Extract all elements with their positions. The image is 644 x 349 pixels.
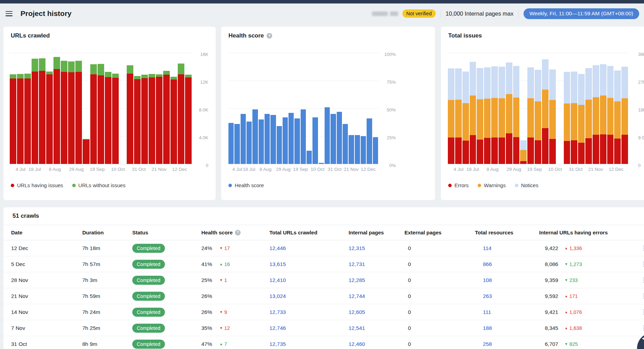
bar[interactable]: [75, 61, 82, 164]
bar[interactable]: [455, 68, 462, 164]
bar[interactable]: [355, 135, 360, 164]
bar[interactable]: [163, 71, 170, 164]
total-urls-link[interactable]: 12,735: [269, 341, 286, 347]
bar[interactable]: [288, 113, 294, 164]
bar[interactable]: [301, 109, 306, 164]
total-urls-link[interactable]: 12,410: [269, 277, 286, 283]
bar[interactable]: [32, 59, 38, 164]
bar[interactable]: [607, 66, 614, 164]
bar[interactable]: [477, 68, 483, 164]
bar[interactable]: [149, 74, 155, 164]
bar[interactable]: [39, 58, 45, 164]
bar[interactable]: [170, 77, 177, 164]
bar[interactable]: [462, 72, 469, 164]
bar[interactable]: [549, 69, 556, 164]
bar[interactable]: [46, 72, 53, 164]
legend-item[interactable]: URLs without issues: [72, 182, 126, 188]
total-resources-link[interactable]: 188: [483, 325, 492, 331]
bar[interactable]: [373, 137, 378, 164]
total-urls-link[interactable]: 13,615: [269, 261, 286, 267]
bar[interactable]: [53, 57, 60, 164]
total-urls-link[interactable]: 12,446: [269, 245, 286, 251]
internal-pages-link[interactable]: 12,744: [349, 293, 365, 299]
row-menu-icon[interactable]: [641, 261, 644, 267]
crawl-schedule-button[interactable]: Weekly, Fri, 11:00—11:59 AM (GMT+08:00): [524, 8, 639, 19]
bar[interactable]: [319, 163, 324, 164]
bar[interactable]: [571, 72, 577, 164]
bar[interactable]: [361, 136, 366, 164]
total-resources-link[interactable]: 114: [483, 245, 492, 251]
bar[interactable]: [265, 114, 270, 164]
bar[interactable]: [312, 117, 318, 164]
row-menu-icon[interactable]: [641, 277, 644, 283]
bar[interactable]: [527, 67, 534, 164]
bar[interactable]: [259, 119, 264, 164]
bar[interactable]: [499, 67, 505, 164]
internal-pages-link[interactable]: 12,605: [349, 309, 365, 315]
bar[interactable]: [270, 115, 276, 164]
bar[interactable]: [228, 123, 234, 164]
bar[interactable]: [134, 76, 141, 164]
total-urls-link[interactable]: 12,746: [269, 325, 286, 331]
bar[interactable]: [600, 64, 607, 164]
row-menu-icon[interactable]: [641, 293, 644, 299]
legend-item[interactable]: Health score: [228, 182, 264, 188]
bar[interactable]: [343, 124, 348, 164]
bar[interactable]: [506, 63, 512, 164]
bar[interactable]: [185, 75, 192, 164]
bar[interactable]: [127, 65, 133, 164]
total-urls-link[interactable]: 12,733: [269, 309, 286, 315]
bar[interactable]: [564, 72, 570, 164]
internal-pages-link[interactable]: 12,285: [349, 277, 365, 283]
legend-item[interactable]: Errors: [448, 182, 469, 188]
bar[interactable]: [349, 135, 354, 164]
bar[interactable]: [484, 67, 491, 164]
internal-pages-link[interactable]: 12,731: [349, 261, 365, 267]
bar[interactable]: [83, 139, 89, 164]
bar[interactable]: [234, 124, 240, 164]
bar[interactable]: [241, 114, 246, 164]
bar[interactable]: [578, 74, 585, 164]
bar[interactable]: [542, 59, 549, 164]
bar[interactable]: [277, 126, 282, 164]
bar[interactable]: [17, 74, 24, 164]
total-resources-link[interactable]: 258: [483, 341, 492, 347]
bar[interactable]: [331, 114, 336, 164]
bar[interactable]: [90, 64, 97, 164]
internal-pages-link[interactable]: 12,460: [349, 341, 365, 347]
legend-item[interactable]: URLs having issues: [11, 182, 63, 188]
bar[interactable]: [337, 112, 342, 164]
bar[interactable]: [10, 74, 16, 164]
help-icon[interactable]: ?: [267, 33, 272, 39]
bar[interactable]: [325, 107, 330, 164]
bar[interactable]: [614, 70, 621, 164]
bar[interactable]: [593, 65, 599, 164]
row-menu-icon[interactable]: [641, 309, 644, 315]
bar[interactable]: [520, 140, 527, 164]
menu-icon[interactable]: [6, 11, 12, 16]
bar[interactable]: [178, 64, 184, 164]
bar[interactable]: [535, 70, 541, 164]
bar[interactable]: [513, 66, 520, 164]
total-resources-link[interactable]: 108: [483, 277, 492, 283]
bar[interactable]: [156, 74, 162, 164]
help-icon[interactable]: ?: [235, 230, 241, 235]
internal-pages-link[interactable]: 12,541: [349, 325, 365, 331]
bar[interactable]: [246, 122, 252, 164]
bar[interactable]: [252, 109, 258, 164]
total-resources-link[interactable]: 866: [483, 261, 492, 267]
bar[interactable]: [61, 61, 67, 164]
internal-pages-link[interactable]: 12,315: [349, 245, 365, 251]
bar[interactable]: [470, 62, 476, 164]
bar[interactable]: [112, 74, 119, 164]
bar[interactable]: [491, 66, 498, 164]
bar[interactable]: [448, 68, 454, 164]
bar[interactable]: [367, 118, 372, 164]
total-resources-link[interactable]: 111: [483, 309, 491, 315]
total-urls-link[interactable]: 13,024: [269, 293, 286, 299]
row-menu-icon[interactable]: [641, 246, 644, 251]
bar[interactable]: [621, 67, 628, 164]
bar[interactable]: [68, 61, 75, 164]
bar[interactable]: [105, 72, 111, 164]
bar[interactable]: [283, 117, 288, 164]
